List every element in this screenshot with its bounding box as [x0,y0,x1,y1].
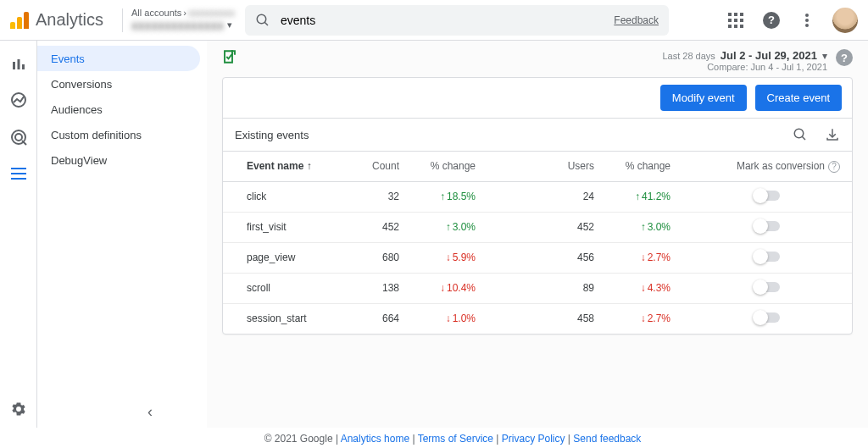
arrow-up-icon: ↑ [641,221,646,233]
account-selector[interactable]: All accounts › xxxxxxxxxx xxxxxxxxxxxxxx… [131,8,235,33]
help-small-icon[interactable]: ? [828,161,840,173]
conversion-toggle[interactable] [754,221,780,231]
avatar[interactable] [832,8,858,33]
svg-point-13 [805,14,809,17]
svg-text:?: ? [768,14,775,26]
search-box[interactable]: Feedback [245,5,669,36]
subnav-audiences[interactable]: Audiences [37,97,200,122]
chevron-down-icon: ▾ [227,19,232,30]
count-cell: 32 [352,181,411,212]
footer-link-feedback[interactable]: Send feedback [573,433,641,445]
app-header: Analytics All accounts › xxxxxxxxxx xxxx… [0,0,868,41]
arrow-up-icon: ↑ [446,221,451,233]
svg-rect-16 [13,62,15,69]
event-name-cell[interactable]: scroll [223,273,352,303]
table-search-icon[interactable] [793,127,808,142]
chevron-down-icon: ▾ [822,50,827,62]
svg-rect-3 [734,13,737,16]
rail-explore-icon[interactable] [10,91,27,108]
date-range: Jul 2 - Jul 29, 2021 [721,49,817,62]
table-title: Existing events [235,129,309,141]
download-icon[interactable] [825,127,840,142]
subnav-debugview[interactable]: DebugView [37,147,200,173]
toggle-cell [682,242,852,273]
date-prefix: Last 28 days [662,51,715,61]
toggle-cell [682,181,852,212]
toggle-cell [682,273,852,303]
arrow-down-icon: ↓ [641,282,646,294]
event-name-cell[interactable]: first_visit [223,212,352,242]
settings-icon[interactable] [10,401,27,418]
feedback-link[interactable]: Feedback [614,14,659,26]
svg-rect-26 [11,168,14,169]
change2-cell: ↓ 2.7% [606,303,682,334]
users-cell: 458 [487,303,606,334]
menu-dots-icon[interactable] [797,10,817,30]
count-cell: 138 [352,273,411,303]
count-cell: 680 [352,242,411,273]
search-icon [255,13,270,28]
page-help-icon[interactable]: ? [836,49,853,66]
col-event-name[interactable]: Event name ↑ [223,152,352,181]
search-input[interactable] [270,14,614,27]
change2-cell: ↑ 3.0% [606,212,682,242]
toggle-cell [682,303,852,334]
arrow-down-icon: ↓ [440,282,445,294]
svg-point-15 [805,24,809,27]
rail-advertising-icon[interactable] [10,129,27,146]
subnav-custom-definitions[interactable]: Custom definitions [37,122,200,147]
collapse-nav-icon[interactable]: ‹ [147,403,153,421]
svg-rect-10 [740,25,743,28]
account-property-blur: xxxxxxxxxxxxxx [131,19,224,33]
svg-point-14 [805,19,809,22]
footer-link-tos[interactable]: Terms of Service [418,433,493,445]
help-icon[interactable]: ? [761,10,782,30]
arrow-up-icon: ↑ [440,191,445,202]
apps-icon[interactable] [726,10,746,30]
page-status-icon [222,49,237,64]
users-cell: 456 [487,242,606,273]
event-name-cell[interactable]: session_start [223,303,352,334]
conversion-toggle[interactable] [754,312,780,323]
table-row: scroll138↓ 10.4%89↓ 4.3% [223,273,852,303]
conversion-toggle[interactable] [754,191,780,201]
subnav-conversions[interactable]: Conversions [37,71,200,97]
arrow-down-icon: ↓ [446,252,451,263]
change2-cell: ↓ 4.3% [606,273,682,303]
main-content: Last 28 days Jul 2 - Jul 29, 2021 ▾ Comp… [207,41,868,428]
col-users[interactable]: Users [487,152,606,181]
rail-reports-icon[interactable] [11,56,26,71]
footer-link-home[interactable]: Analytics home [341,433,409,445]
rail-configure-icon[interactable] [11,166,26,181]
account-parent-blur: xxxxxxxxxx [188,8,235,19]
footer: © 2021 Google | Analytics home | Terms o… [37,433,868,445]
subnav-events[interactable]: Events [37,46,200,71]
events-table: Event name ↑ Count % change Users % chan… [223,152,852,334]
change1-cell: ↑ 3.0% [411,212,487,242]
col-change2[interactable]: % change [606,152,682,181]
event-name-cell[interactable]: page_view [223,242,352,273]
conversion-toggle[interactable] [754,252,780,262]
change1-cell: ↓ 1.0% [411,303,487,334]
svg-rect-6 [734,19,737,22]
footer-copyright: © 2021 Google [264,433,333,445]
modify-event-button[interactable]: Modify event [660,85,747,111]
col-count[interactable]: Count [352,152,411,181]
sort-asc-icon: ↑ [307,160,312,172]
events-card: Modify event Create event Existing event… [222,77,853,335]
event-name-cell[interactable]: click [223,181,352,212]
divider [122,8,123,32]
change1-cell: ↓ 10.4% [411,273,487,303]
arrow-down-icon: ↓ [641,252,646,263]
date-range-selector[interactable]: Last 28 days Jul 2 - Jul 29, 2021 ▾ Comp… [662,49,827,72]
col-change1[interactable]: % change [411,152,487,181]
conversion-toggle[interactable] [754,282,780,292]
change1-cell: ↓ 5.9% [411,242,487,273]
brand-text: Analytics [36,10,103,30]
create-event-button[interactable]: Create event [755,85,842,111]
arrow-down-icon: ↓ [641,312,646,324]
footer-link-privacy[interactable]: Privacy Policy [502,433,565,445]
logo[interactable]: Analytics [10,10,103,30]
svg-rect-7 [740,19,743,22]
svg-rect-24 [11,173,26,174]
